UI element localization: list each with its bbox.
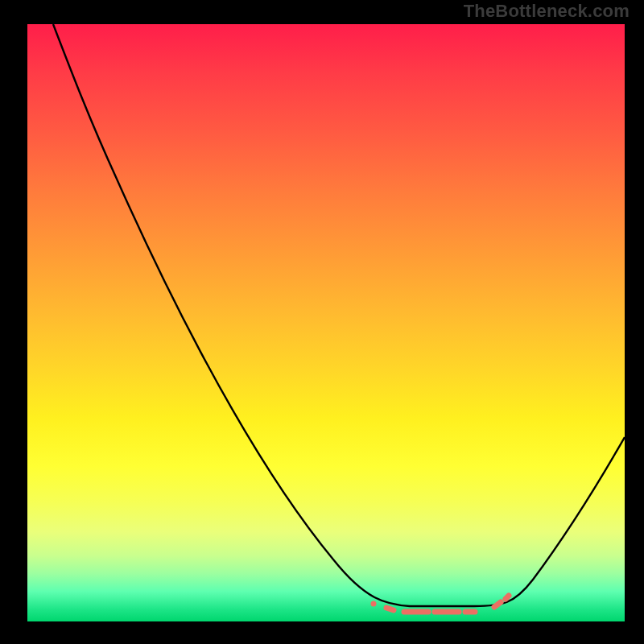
chart-frame: TheBottleneck.com xyxy=(0,0,644,644)
watermark-text: TheBottleneck.com xyxy=(464,1,630,22)
svg-line-6 xyxy=(506,596,509,599)
bottleneck-curve-svg xyxy=(27,24,625,621)
plot-area xyxy=(27,24,625,621)
bottleneck-curve xyxy=(53,24,625,606)
svg-line-5 xyxy=(494,602,501,607)
svg-line-1 xyxy=(386,608,394,610)
